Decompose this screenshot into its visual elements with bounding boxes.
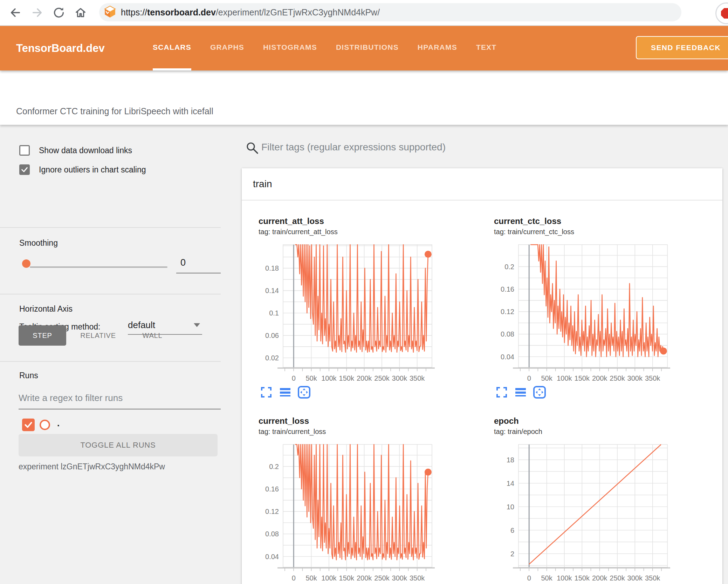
svg-text:0.04: 0.04 [501,353,514,361]
svg-text:0.16: 0.16 [265,485,279,493]
tab-histograms[interactable]: HISTOGRAMS [263,26,317,70]
svg-text:200k: 200k [357,374,372,382]
svg-text:14: 14 [507,480,514,487]
smoothing-slider-knob[interactable] [22,259,30,268]
tab-text[interactable]: TEXT [476,26,496,70]
brand-title: TensorBoard.dev [16,26,105,70]
url-bar[interactable]: https://tensorboard.dev/experiment/lzGnE… [99,3,681,21]
svg-text:200k: 200k [357,574,372,582]
chart-title: current_att_loss [259,216,494,226]
svg-text:0: 0 [292,374,296,382]
sidebar-divider [0,294,221,294]
chart-plot[interactable]: 050k100k150k200k250k300k350k0.020.060.10… [259,243,441,383]
svg-text:300k: 300k [392,374,407,382]
back-icon[interactable] [8,5,23,20]
svg-text:350k: 350k [410,574,425,582]
series-list-icon[interactable] [513,385,528,400]
main-panel: Filter tags (regular expressions support… [242,125,725,584]
runs-filter-input[interactable]: Write a regex to filter runs [19,393,221,409]
content: Show data download links Ignore outliers… [0,125,728,584]
haxis-relative-button[interactable]: RELATIVE [78,325,118,346]
svg-text:50k: 50k [305,374,317,382]
home-icon[interactable] [73,5,88,20]
tab-hparams[interactable]: HPARAMS [418,26,457,70]
series-list-icon[interactable] [277,385,293,400]
svg-text:100k: 100k [557,374,572,382]
fit-domain-icon[interactable] [296,385,312,400]
browser-profile-avatar[interactable] [715,2,728,24]
tensorboard-logo-icon [104,5,116,19]
chart-toolbar [494,385,728,400]
show-download-links-row: Show data download links [19,145,132,156]
chart-tag: tag: train/current_att_loss [259,227,494,236]
chart-tag: tag: train/current_loss [259,427,494,436]
haxis-wall-button[interactable]: WALL [138,325,166,346]
smoothing-value-input[interactable]: 0 [176,257,221,273]
run-checkbox[interactable] [22,419,35,431]
show-download-links-label: Show data download links [39,146,132,155]
sidebar-divider [0,227,221,228]
reload-icon[interactable] [51,5,67,20]
scalar-chart-epoch: epochtag: train/epoch050k100k150k200k250… [494,416,728,584]
svg-text:0: 0 [292,574,296,582]
tab-graphs[interactable]: GRAPHS [210,26,244,70]
svg-text:0.18: 0.18 [265,264,279,272]
extension-stop-icon [721,8,728,19]
chart-plot[interactable]: 050k100k150k200k250k300k350k0.040.080.12… [259,443,441,583]
tensorboard-appbar: TensorBoard.dev SCALARSGRAPHSHISTOGRAMSD… [0,26,728,70]
svg-text:250k: 250k [610,374,625,382]
svg-text:0: 0 [527,374,531,382]
show-download-links-checkbox[interactable] [19,145,30,156]
fullscreen-icon[interactable] [494,385,509,400]
send-feedback-button[interactable]: SEND FEEDBACK [636,36,728,59]
search-icon [245,141,259,155]
svg-text:0.12: 0.12 [265,508,279,515]
tab-scalars[interactable]: SCALARS [153,26,191,70]
svg-text:2: 2 [510,550,514,558]
run-name: . [57,418,60,429]
svg-text:0.08: 0.08 [501,330,514,338]
chart-plot[interactable]: 050k100k150k200k250k300k350k0.040.080.12… [494,243,676,383]
chart-grid: current_att_losstag: train/current_att_l… [242,201,722,584]
chart-tag: tag: train/current_ctc_loss [494,227,728,236]
fit-domain-icon[interactable] [532,385,547,400]
svg-text:0: 0 [527,574,531,582]
svg-text:0.02: 0.02 [265,354,279,362]
chart-plot[interactable]: 050k100k150k200k250k300k350k26101418 [494,443,676,583]
svg-text:250k: 250k [374,574,390,582]
chevron-down-icon [194,323,200,327]
ignore-outliers-label: Ignore outliers in chart scaling [39,165,146,175]
svg-text:150k: 150k [339,374,355,382]
runs-label: Runs [19,371,38,380]
svg-text:200k: 200k [592,574,607,582]
tag-group-label: train [253,178,272,190]
haxis-step-button[interactable]: STEP [19,325,66,346]
svg-text:350k: 350k [645,574,660,582]
tab-distributions[interactable]: DISTRIBUTIONS [336,26,399,70]
forward-icon[interactable] [29,5,45,20]
svg-text:0.04: 0.04 [265,553,279,561]
horizontal-axis-label: Horizontal Axis [19,304,73,314]
svg-text:0.14: 0.14 [265,287,279,294]
toggle-all-runs-button[interactable]: TOGGLE ALL RUNS [19,434,218,456]
tag-filter-row: Filter tags (regular expressions support… [242,139,722,158]
url-text: https://tensorboard.dev/experiment/lzGnE… [121,7,380,18]
ignore-outliers-checkbox[interactable] [19,164,30,175]
svg-text:10: 10 [507,503,514,511]
svg-text:100k: 100k [321,374,337,382]
tag-filter-input[interactable]: Filter tags (regular expressions support… [261,142,446,153]
svg-text:300k: 300k [392,574,407,582]
chart-toolbar [259,385,494,400]
svg-text:150k: 150k [575,374,590,382]
tag-group-header[interactable]: train [242,168,722,201]
experiment-title: Conformer CTC training for LibriSpeech w… [16,106,213,116]
fullscreen-icon[interactable] [259,385,274,400]
run-color-swatch [40,420,50,430]
smoothing-slider-track[interactable] [30,266,167,268]
chart-title: current_ctc_loss [494,216,728,226]
svg-text:0.12: 0.12 [501,308,514,315]
svg-text:150k: 150k [339,574,355,582]
svg-text:0.1: 0.1 [269,309,279,317]
scalar-chart-current_loss: current_losstag: train/current_loss050k1… [259,416,494,584]
svg-text:18: 18 [507,456,514,464]
